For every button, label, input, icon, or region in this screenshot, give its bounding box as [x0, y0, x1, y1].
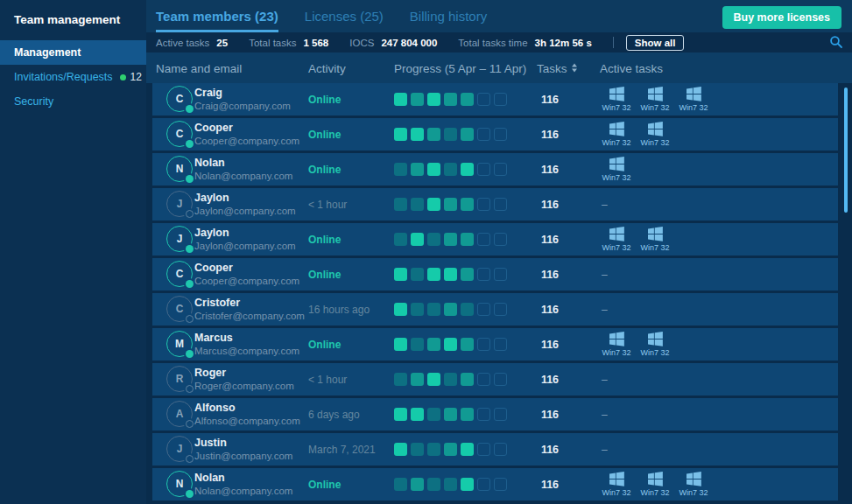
table-row[interactable]: CCooperCooper@company.comOnline116Win7 3… — [152, 118, 838, 150]
active-task-item[interactable]: Win7 32 — [636, 85, 674, 112]
progress-squares — [394, 233, 510, 246]
progress-square — [477, 93, 490, 106]
name-email-cell: CooperCooper@company.com — [194, 262, 299, 286]
active-task-item[interactable]: Win7 32 — [636, 330, 674, 357]
progress-square — [477, 373, 490, 386]
progress-square — [394, 478, 407, 491]
avatar-initial: M — [175, 338, 184, 350]
search-icon[interactable] — [829, 35, 843, 49]
progress-square — [444, 128, 457, 141]
progress-square — [461, 443, 474, 456]
show-all-button[interactable]: Show all — [626, 35, 685, 51]
no-active-tasks-dash: – — [602, 444, 608, 456]
progress-square — [461, 198, 474, 211]
progress-squares — [394, 198, 510, 211]
active-task-item[interactable]: Win7 32 — [636, 120, 674, 147]
sidebar-item-invitations-requests[interactable]: Invitations/Requests12 — [0, 65, 146, 89]
sidebar-item-security[interactable]: Security — [0, 89, 146, 114]
scrollbar-thumb[interactable] — [844, 88, 848, 213]
table-row[interactable]: NNolanNolan@company.comOnline116Win7 32W… — [152, 468, 838, 500]
stats-container: Active tasks25Total tasks1 568IOCS247 80… — [156, 38, 613, 48]
tasks-count: 116 — [524, 199, 576, 211]
active-task-label: Win7 32 — [640, 243, 669, 252]
table-row[interactable]: CCraigCraig@company.comOnline116Win7 32W… — [152, 83, 838, 116]
member-name: Craig — [194, 87, 291, 99]
no-active-tasks-dash: – — [602, 409, 608, 421]
column-header-activity: Activity — [308, 61, 346, 74]
avatar: M — [166, 331, 193, 357]
table-row[interactable]: JJustinJustin@company.comMarch 7, 202111… — [152, 433, 838, 466]
active-task-item[interactable]: Win7 32 — [597, 120, 636, 147]
activity-status: Online — [308, 339, 341, 351]
active-task-item[interactable]: Win7 32 — [597, 330, 636, 357]
avatar: J — [166, 226, 193, 252]
stat-value: 25 — [216, 38, 228, 48]
member-email: Cristofer@company.com — [194, 311, 305, 321]
avatar-initial: J — [177, 198, 183, 210]
name-email-cell: CooperCooper@company.com — [194, 122, 299, 146]
member-name: Alfonso — [194, 402, 300, 414]
tab-billing-history[interactable]: Billing history — [410, 0, 487, 32]
avatar: J — [166, 436, 193, 462]
progress-square — [461, 478, 474, 491]
name-email-cell: AlfonsoAlfonso@company.com — [194, 402, 300, 426]
notification-badge: 12 — [120, 71, 142, 83]
table-row[interactable]: AAlfonsoAlfonso@company.com6 days ago116… — [152, 398, 838, 430]
progress-square — [494, 233, 507, 246]
progress-square — [444, 93, 457, 106]
activity-status: Online — [308, 129, 341, 141]
progress-square — [427, 408, 440, 421]
progress-square — [411, 303, 424, 316]
table-row[interactable]: MMarcusMarcus@company.comOnline116Win7 3… — [152, 328, 838, 360]
active-task-item[interactable]: Win7 32 — [636, 470, 674, 497]
stat-value: 3h 12m 56 s — [535, 38, 592, 48]
progress-square — [444, 478, 457, 491]
active-task-label: Win7 32 — [640, 348, 669, 357]
avatar-initial: C — [176, 268, 184, 280]
column-header-tasks[interactable]: Tasks — [537, 61, 577, 74]
no-active-tasks-dash: – — [602, 269, 608, 281]
tasks-header-label: Tasks — [537, 61, 567, 74]
column-header-name: Name and email — [156, 61, 242, 74]
table-row[interactable]: RRogerRoger@company.com< 1 hour116– — [152, 363, 838, 396]
table-row[interactable]: CCristoferCristofer@company.com16 hours … — [152, 293, 838, 326]
progress-square — [461, 373, 474, 386]
table-row[interactable]: NNolanNolan@company.comOnline116Win7 32 — [152, 153, 838, 186]
active-task-item[interactable]: Win7 32 — [597, 85, 636, 112]
progress-square — [394, 128, 407, 141]
windows-logo-icon — [609, 332, 625, 346]
progress-square — [494, 268, 507, 281]
active-task-item[interactable]: Win7 32 — [674, 85, 713, 112]
progress-square — [394, 443, 407, 456]
sidebar-item-management[interactable]: Management — [0, 40, 146, 65]
progress-square — [461, 163, 474, 176]
active-task-item[interactable]: Win7 32 — [636, 225, 674, 252]
table-row[interactable]: JJaylonJaylon@company.com< 1 hour116– — [152, 188, 838, 220]
active-task-item[interactable]: Win7 32 — [597, 225, 636, 252]
table-row[interactable]: CCooperCooper@company.comOnline116– — [152, 258, 838, 290]
progress-square — [494, 93, 507, 106]
progress-square — [477, 478, 490, 491]
progress-squares — [394, 408, 510, 421]
activity-status: Online — [308, 94, 341, 106]
tab-licenses-25[interactable]: Licenses (25) — [305, 0, 384, 32]
tab-team-members-23[interactable]: Team members (23) — [156, 0, 278, 32]
progress-square — [394, 93, 407, 106]
active-task-label: Win7 32 — [679, 103, 708, 112]
table-row[interactable]: JJaylonJaylon@company.comOnline116Win7 3… — [152, 223, 838, 256]
name-email-cell: CristoferCristofer@company.com — [194, 297, 305, 321]
progress-square — [394, 233, 407, 246]
member-name: Justin — [194, 437, 292, 449]
buy-more-licenses-button[interactable]: Buy more licenses — [722, 6, 841, 29]
avatar: N — [166, 471, 193, 497]
active-task-item[interactable]: Win7 32 — [597, 155, 636, 182]
member-name: Nolan — [194, 157, 292, 169]
active-task-item[interactable]: Win7 32 — [674, 470, 713, 497]
active-tasks-cell: Win7 32Win7 32 — [597, 120, 674, 147]
active-task-item[interactable]: Win7 32 — [597, 470, 636, 497]
tasks-count: 116 — [524, 409, 576, 421]
progress-square — [461, 268, 474, 281]
online-status-dot — [186, 175, 194, 183]
active-task-label: Win7 32 — [602, 348, 630, 357]
member-list: CCraigCraig@company.comOnline116Win7 32W… — [146, 83, 852, 504]
